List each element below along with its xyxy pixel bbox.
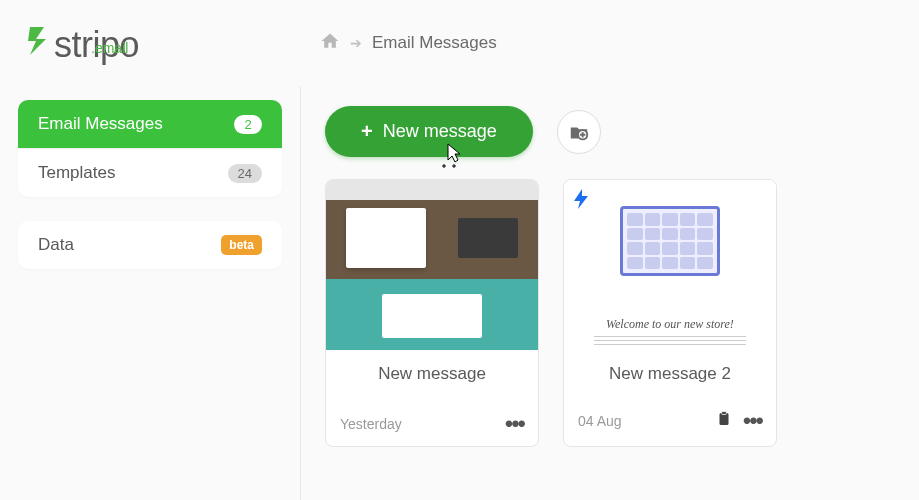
message-card[interactable]: Welcome to our new store! New message 2 … [563,179,777,447]
message-thumbnail [326,180,538,350]
plus-icon: + [361,120,373,143]
sidebar-item-label: Email Messages [38,114,163,134]
message-card[interactable]: New message Yesterday ••• [325,179,539,447]
breadcrumb-page: Email Messages [372,33,497,53]
folder-plus-icon [568,121,590,143]
sidebar-item-email-messages[interactable]: Email Messages 2 [18,100,282,148]
clipboard-icon[interactable] [715,410,733,432]
sidebar-item-label: Data [38,235,74,255]
content-area: + New message [300,86,919,500]
bolt-icon [572,188,590,216]
logo-mark-icon [24,23,52,68]
new-message-label: New message [383,121,497,142]
message-title: New message [326,350,538,398]
breadcrumb: ➔ Email Messages [320,31,497,56]
chevron-right-icon: ➔ [350,35,362,51]
message-date: 04 Aug [578,413,622,429]
sidebar-item-templates[interactable]: Templates 24 [18,148,282,197]
message-date: Yesterday [340,416,402,432]
home-icon[interactable] [320,31,340,56]
count-badge: 24 [228,164,262,183]
beta-badge: beta [221,235,262,255]
count-badge: 2 [234,115,262,134]
new-message-button[interactable]: + New message [325,106,533,157]
more-icon[interactable]: ••• [743,415,762,427]
new-folder-button[interactable] [557,110,601,154]
logo[interactable]: stripo .email [24,21,139,66]
more-icon[interactable]: ••• [505,418,524,430]
svg-rect-2 [722,412,727,415]
message-title: New message 2 [564,350,776,398]
sidebar: Email Messages 2 Templates 24 Data beta [0,86,300,500]
message-thumbnail: Welcome to our new store! [564,180,776,350]
sidebar-item-data[interactable]: Data beta [18,221,282,269]
sidebar-item-label: Templates [38,163,115,183]
